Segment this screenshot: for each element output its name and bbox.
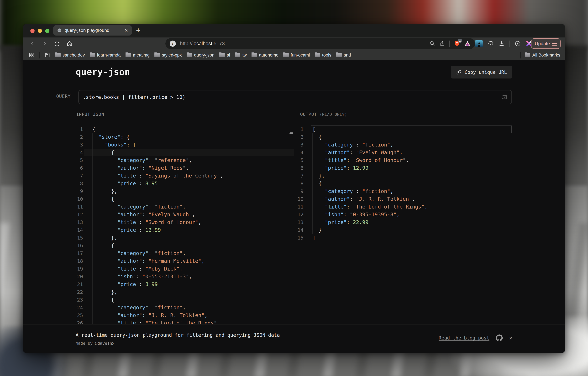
code-line[interactable]: 2 {: [294, 133, 565, 141]
code-line[interactable]: 7 },: [294, 172, 565, 180]
clear-query-icon[interactable]: [501, 94, 507, 100]
zoom-out-icon[interactable]: [429, 41, 435, 47]
code-line[interactable]: 3 "books": [: [23, 141, 294, 149]
code-line[interactable]: 8 "price": 8.95: [23, 180, 294, 187]
all-bookmarks-button[interactable]: All Bookmarks: [525, 53, 560, 58]
tab-favicon-globe-icon: [57, 28, 62, 33]
code-line[interactable]: 6 "price": 12.99: [294, 164, 565, 172]
close-window-button[interactable]: [30, 29, 35, 33]
code-line[interactable]: 10 {: [23, 195, 294, 203]
reading-list-icon[interactable]: [44, 52, 50, 58]
code-line[interactable]: 8 {: [294, 180, 565, 187]
share-icon[interactable]: [439, 41, 445, 47]
bookmark-folder-sancho.dev[interactable]: sancho.dev: [55, 53, 85, 58]
url-bar[interactable]: i http://localhost:5173 1: [165, 38, 475, 49]
site-info-icon[interactable]: i: [170, 41, 176, 47]
code-line[interactable]: 15]: [294, 234, 565, 242]
line-number: 19: [23, 265, 84, 273]
line-number: 17: [23, 249, 84, 257]
code-line[interactable]: 14 }: [294, 226, 565, 234]
code-line[interactable]: 22 },: [23, 288, 294, 296]
downloads-icon[interactable]: [499, 41, 505, 47]
reload-icon[interactable]: [54, 41, 60, 47]
home-icon[interactable]: [67, 41, 73, 47]
bat-rewards-icon[interactable]: [464, 40, 471, 47]
code-line[interactable]: 13 "title": "Sword of Honour",: [23, 218, 294, 226]
bookmark-folder-tools[interactable]: tools: [315, 53, 331, 58]
code-line[interactable]: 12 "isbn": "0-395-19395-8",: [294, 211, 565, 218]
code-line[interactable]: 6 "author": "Nigel Rees",: [23, 164, 294, 172]
code-line[interactable]: 13 "price": 22.99: [294, 218, 565, 226]
bookmark-folder-tw[interactable]: tw: [235, 53, 247, 58]
indent-guide: [99, 164, 99, 172]
apps-grid-icon[interactable]: [28, 52, 34, 58]
extensions-puzzle-icon[interactable]: [488, 41, 494, 47]
bookmark-folder-and[interactable]: and: [336, 53, 351, 58]
github-icon[interactable]: [496, 334, 503, 341]
input-scrollbar-thumb[interactable]: [289, 132, 293, 134]
code-line[interactable]: 1{: [23, 125, 294, 133]
code-line[interactable]: 5 "category": "reference",: [23, 156, 294, 164]
query-input[interactable]: [83, 94, 501, 100]
code-line[interactable]: 11 "title": "The Lord of the Rings",: [294, 203, 565, 211]
code-line[interactable]: 14 "price": 12.99: [23, 226, 294, 234]
code-line[interactable]: 23 {: [23, 296, 294, 304]
code-line[interactable]: 5 "title": "Sword of Honour",: [294, 156, 565, 164]
bookmark-folder-autonomo[interactable]: autonomo: [252, 53, 278, 58]
code-line[interactable]: 4 {: [23, 149, 294, 156]
code-line[interactable]: 10 "author": "J. R. R. Tolkien",: [294, 195, 565, 203]
indent-guide: [99, 242, 99, 249]
code-line[interactable]: 9 "category": "fiction",: [294, 187, 565, 195]
bookmark-folder-learn-ramda[interactable]: learn-ramda: [90, 53, 121, 58]
indent-guide: [312, 203, 313, 211]
bookmark-folder-styled-ppx[interactable]: styled-ppx: [154, 53, 182, 58]
code-line[interactable]: 26 "title": "The Lord of the Rings",: [23, 319, 294, 324]
tab-close-icon[interactable]: ×: [125, 27, 128, 33]
code-line[interactable]: 12 "author": "Evelyn Waugh",: [23, 211, 294, 218]
code-line[interactable]: 25 "author": "J. R. R. Tolkien",: [23, 311, 294, 319]
code-line[interactable]: 3 "category": "fiction",: [294, 141, 565, 149]
code-line[interactable]: 9 },: [23, 187, 294, 195]
author-link[interactable]: @davesnx: [95, 341, 114, 346]
bookmark-folder-metaimg[interactable]: metaimg: [126, 53, 150, 58]
bookmark-folder-ai[interactable]: ai: [219, 53, 230, 58]
folder-icon: [315, 53, 320, 57]
line-number: 4: [294, 149, 305, 156]
code-line[interactable]: 15 },: [23, 234, 294, 242]
update-button[interactable]: Update: [531, 38, 561, 49]
brave-leo-icon[interactable]: [515, 41, 521, 47]
minimize-window-button[interactable]: [38, 29, 42, 33]
code-line[interactable]: 24 "category": "fiction",: [23, 304, 294, 311]
dismiss-footer-icon[interactable]: ✕: [509, 335, 512, 341]
blog-post-link[interactable]: Read the blog post: [439, 335, 489, 341]
code-line[interactable]: 20 "isbn": "0-553-21311-3",: [23, 273, 294, 280]
brave-shield-icon[interactable]: 1: [454, 40, 460, 47]
code-line[interactable]: 17 "category": "fiction",: [23, 249, 294, 257]
line-number: 9: [294, 187, 305, 195]
code-line[interactable]: 19 "title": "Moby Dick",: [23, 265, 294, 273]
browser-tab[interactable]: query-json playground ×: [53, 25, 132, 36]
indent-guide: [111, 319, 111, 324]
line-number: 14: [23, 226, 84, 234]
copy-unique-url-button[interactable]: Copy unique URL: [451, 66, 512, 78]
zoom-window-button[interactable]: [45, 29, 49, 33]
indent-guide: [105, 156, 105, 164]
code-line[interactable]: 16 {: [23, 242, 294, 249]
back-icon[interactable]: [29, 41, 35, 47]
code-line[interactable]: 18 "author": "Herman Melville",: [23, 257, 294, 265]
code-line[interactable]: 11 "category": "fiction",: [23, 203, 294, 211]
code-line[interactable]: 1[: [294, 125, 565, 133]
forward-icon[interactable]: [42, 41, 47, 47]
kindle-extension-icon[interactable]: [475, 40, 483, 47]
indent-guide: [99, 273, 99, 280]
code-line[interactable]: 4 "author": "Evelyn Waugh",: [294, 149, 565, 156]
folder-icon: [90, 53, 95, 57]
output-editor[interactable]: 1[2 {3 "category": "fiction",4 "author":…: [294, 125, 565, 242]
bookmark-folder-query-json[interactable]: query-json: [187, 53, 214, 58]
code-line[interactable]: 21 "price": 8.99: [23, 280, 294, 288]
code-line[interactable]: 7 "title": "Sayings of the Century",: [23, 172, 294, 180]
new-tab-button[interactable]: +: [136, 26, 141, 35]
code-line[interactable]: 2 "store": {: [23, 133, 294, 141]
input-json-editor[interactable]: 1{2 "store": {3 "books": [4 {5 "category…: [23, 125, 294, 324]
bookmark-folder-fun-ocaml[interactable]: fun-ocaml: [283, 53, 310, 58]
